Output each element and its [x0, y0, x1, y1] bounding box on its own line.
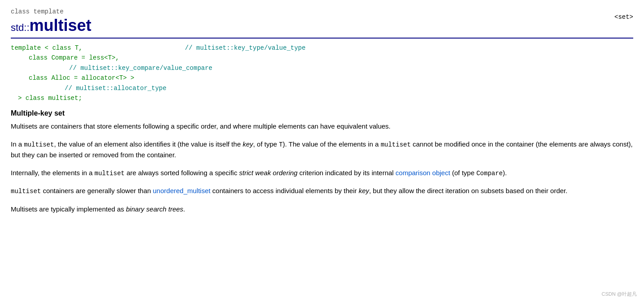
comparison-object-link[interactable]: comparison object — [395, 169, 450, 177]
section-divider — [11, 38, 633, 39]
watermark: CSDN @叶超凡 — [602, 291, 637, 298]
title-main: multiset — [30, 16, 92, 35]
inline-code-T: T — [279, 141, 283, 148]
inline-code-multiset3: multiset — [95, 170, 125, 177]
paragraph4: multiset containers are generally slower… — [11, 186, 633, 197]
title-block: class template std::multiset — [11, 8, 92, 35]
paragraph5: Multisets are typically implemented as b… — [11, 204, 633, 214]
page-header: class template std::multiset <set> — [11, 8, 633, 35]
italic-key1: key — [243, 140, 253, 148]
inline-code-multiset4: multiset — [11, 188, 41, 195]
section-title: Multiple-key set — [11, 109, 633, 117]
class-label: class template — [11, 8, 92, 15]
italic-binary-search-trees: binary search trees — [126, 205, 184, 213]
code-line3: class Alloc = allocator<T> > — [11, 73, 633, 83]
inline-code-multiset1: multiset — [24, 141, 54, 148]
paragraph1: Multisets are containers that store elem… — [11, 121, 633, 131]
title-prefix: std:: — [11, 22, 30, 33]
paragraph2: In a multiset, the value of an element a… — [11, 139, 633, 160]
code-comment1: // multiset::key_type/value_type — [185, 44, 306, 52]
italic-key2: key — [359, 187, 369, 194]
code-comment3: // multiset::allocator_type — [65, 85, 166, 92]
code-line1: template < class T, — [11, 44, 83, 52]
italic-strict-weak: strict weak ordering — [239, 169, 298, 177]
main-title: std::multiset — [11, 16, 92, 35]
code-line4: > class multiset; — [11, 95, 82, 102]
paragraph3: Internally, the elements in a multiset a… — [11, 168, 633, 179]
code-comment2: // multiset::key_compare/value_compare — [69, 65, 212, 72]
set-link[interactable]: <set> — [614, 13, 633, 21]
code-line2: class Compare = less<T>, — [11, 53, 633, 63]
inline-code-multiset2: multiset — [381, 141, 411, 148]
unordered-multiset-link[interactable]: unordered_multiset — [153, 187, 210, 194]
inline-code-compare: Compare — [476, 170, 503, 177]
code-template-block: template < class T, // multiset::key_typ… — [11, 43, 633, 103]
